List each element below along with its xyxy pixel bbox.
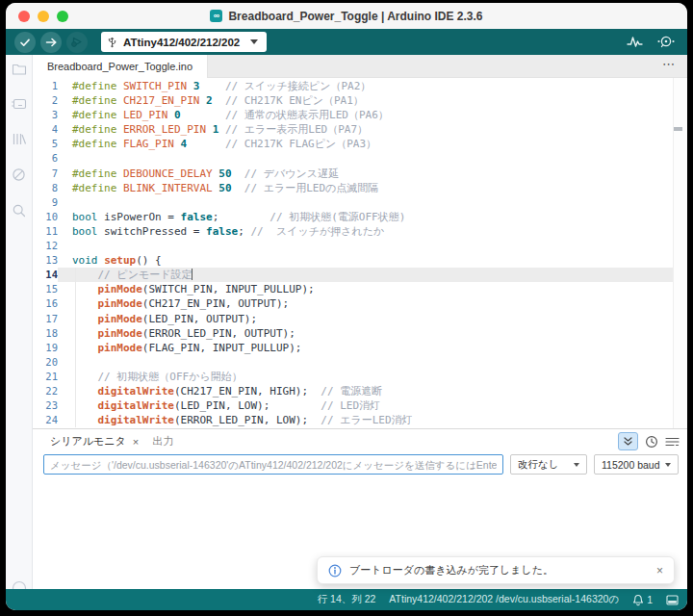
main-area: Breadboard_Power_Toggle.ino ⋯ 1#define S… — [6, 55, 687, 589]
line-ending-value: 改行なし — [518, 458, 559, 472]
app-window: ∞ Breadboard_Power_Toggle | Arduino IDE … — [6, 3, 687, 610]
tab-serial-monitor[interactable]: シリアルモニタ × — [45, 434, 143, 449]
toolbar: ATtiny412/402/212/202 — [6, 29, 687, 55]
close-icon[interactable]: × — [656, 564, 663, 578]
code-line[interactable]: 16 pinMode(CH217_EN_PIN, OUTPUT); — [33, 296, 673, 311]
chevron-down-icon — [250, 39, 258, 44]
scrollbar-thumb[interactable] — [674, 127, 682, 131]
code-line[interactable]: 24 digitalWrite(ERROR_LED_PIN, LOW); // … — [33, 413, 673, 427]
code-line[interactable]: 6 — [33, 151, 673, 166]
code-line[interactable]: 14 // ピンモード設定 — [33, 268, 673, 282]
line-number: 13 — [33, 253, 58, 268]
window-title-text: Breadboard_Power_Toggle | Arduino IDE 2.… — [228, 10, 482, 23]
close-window-button[interactable] — [18, 11, 30, 22]
notifications-indicator[interactable]: 1 — [632, 594, 653, 606]
line-number: 1 — [33, 79, 58, 93]
line-number: 7 — [33, 167, 58, 181]
code-line[interactable]: 5#define FLAG_PIN 4 // CH217K FLAGピン（PA3… — [33, 137, 673, 151]
double-chevron-down-icon — [623, 436, 633, 447]
code-line[interactable]: 19 pinMode(FLAG_PIN, INPUT_PULLUP); — [33, 341, 673, 355]
toggle-panel-icon[interactable] — [666, 595, 679, 605]
code-line[interactable]: 2#define CH217_EN_PIN 2 // CH217K ENピン（P… — [33, 93, 673, 108]
baud-rate-value: 115200 baud — [602, 459, 660, 471]
zoom-window-button[interactable] — [57, 11, 68, 22]
code-line[interactable]: 3#define LED_PIN 0 // 通常の状態表示用LED（PA6） — [33, 108, 673, 122]
arrow-right-icon — [45, 37, 58, 48]
check-icon — [19, 37, 31, 48]
library-manager-icon[interactable] — [12, 132, 27, 146]
line-number: 5 — [33, 137, 58, 151]
line-number: 8 — [33, 181, 58, 195]
line-number: 10 — [33, 210, 58, 224]
line-number: 18 — [33, 326, 58, 341]
code-line[interactable]: 18 pinMode(ERROR_LED_PIN, OUTPUT); — [33, 326, 673, 341]
line-number: 11 — [33, 224, 58, 239]
line-number: 2 — [33, 93, 58, 108]
board-selector-dropdown[interactable]: ATtiny412/402/212/202 — [101, 32, 267, 52]
code-line[interactable]: 8#define BLINK_INTERVAL 50 // エラー用LEDの点滅… — [33, 181, 673, 195]
code-lines: 1#define SWITCH_PIN 3 // スイッチ接続ピン（PA2）2#… — [33, 79, 673, 427]
line-number: 23 — [33, 398, 58, 413]
serial-monitor-tab-label: シリアルモニタ — [50, 434, 126, 449]
code-editor[interactable]: 1#define SWITCH_PIN 3 // スイッチ接続ピン（PA2）2#… — [33, 78, 687, 428]
sketchbook-folder-icon[interactable] — [12, 63, 27, 76]
code-line[interactable]: 7#define DEBOUNCE_DELAY 50 // デバウンス遅延 — [33, 167, 673, 181]
board-selector-label: ATtiny412/402/212/202 — [123, 37, 240, 48]
code-line[interactable]: 1#define SWITCH_PIN 3 // スイッチ接続ピン（PA2） — [33, 79, 673, 93]
cursor-position[interactable]: 行 14、列 22 — [318, 593, 376, 606]
info-icon — [328, 564, 342, 578]
clear-output-icon[interactable] — [665, 436, 680, 448]
code-line[interactable]: 10bool isPowerOn = false; // 初期状態(電源OFF状… — [33, 210, 673, 224]
traffic-lights — [18, 11, 68, 22]
upload-button[interactable] — [40, 32, 62, 53]
notification-message: ブートローダの書き込みが完了しました。 — [349, 563, 553, 578]
serial-monitor-icon[interactable] — [656, 35, 676, 49]
chevron-down-icon — [574, 463, 579, 467]
code-line[interactable]: 11bool switchPressed = false; // スイッチが押さ… — [33, 224, 673, 239]
line-number: 6 — [33, 151, 58, 166]
board-port-status[interactable]: ATtiny412/402/212/202 /dev/cu.usbserial-… — [389, 593, 619, 606]
code-line[interactable]: 20 — [33, 355, 673, 370]
serial-message-input[interactable] — [43, 454, 503, 475]
code-line[interactable]: 17 pinMode(LED_PIN, OUTPUT); — [33, 312, 673, 326]
editor-tab-bar: Breadboard_Power_Toggle.ino ⋯ — [33, 55, 687, 78]
tab-output[interactable]: 出力 — [147, 434, 178, 449]
serial-plotter-icon[interactable] — [627, 35, 643, 49]
code-line[interactable]: 15 pinMode(SWITCH_PIN, INPUT_PULLUP); — [33, 282, 673, 296]
tab-overflow-menu-icon[interactable]: ⋯ — [662, 57, 676, 71]
account-icon[interactable] — [12, 580, 27, 589]
baud-rate-dropdown[interactable]: 115200 baud — [594, 454, 679, 475]
timestamp-toggle-icon[interactable] — [645, 435, 658, 449]
editor-column: Breadboard_Power_Toggle.ino ⋯ 1#define S… — [33, 55, 687, 589]
line-number: 22 — [33, 384, 58, 398]
debug-panel-icon[interactable] — [12, 167, 26, 182]
code-line[interactable]: 21 // 初期状態（OFFから開始） — [33, 370, 673, 384]
code-line[interactable]: 23 digitalWrite(LED_PIN, LOW); // LED消灯 — [33, 398, 673, 413]
chevron-down-icon — [665, 463, 671, 467]
line-number: 21 — [33, 370, 58, 384]
verify-button[interactable] — [14, 32, 36, 53]
editor-scrollbar[interactable] — [673, 78, 687, 428]
line-number: 17 — [33, 312, 58, 326]
window-title: ∞ Breadboard_Power_Toggle | Arduino IDE … — [210, 10, 482, 23]
notification-toast: ブートローダの書き込みが完了しました。 × — [317, 556, 675, 584]
search-icon[interactable] — [12, 203, 26, 218]
status-bar: 行 14、列 22 ATtiny412/402/212/202 /dev/cu.… — [6, 589, 687, 610]
code-line[interactable]: 12 — [33, 239, 673, 253]
close-icon[interactable]: × — [133, 436, 139, 448]
code-line[interactable]: 13void setup() { — [33, 253, 673, 268]
tab-breadboard-power-toggle[interactable]: Breadboard_Power_Toggle.ino — [33, 55, 208, 78]
autoscroll-toggle-button[interactable] — [618, 432, 638, 450]
minimize-window-button[interactable] — [38, 11, 49, 22]
toolbar-right-icons — [627, 35, 676, 49]
code-line[interactable]: 22 digitalWrite(CH217_EN_PIN, HIGH); // … — [33, 384, 673, 398]
code-line[interactable]: 9 — [33, 195, 673, 210]
debug-button[interactable] — [66, 32, 88, 53]
debug-icon — [70, 36, 84, 48]
code-line[interactable]: 4#define ERROR_LED_PIN 1 // エラー表示用LED（PA… — [33, 122, 673, 137]
line-number: 4 — [33, 122, 58, 137]
boards-manager-icon[interactable] — [11, 97, 27, 111]
line-ending-dropdown[interactable]: 改行なし — [510, 454, 587, 475]
line-number: 12 — [33, 239, 58, 253]
bell-icon — [632, 594, 644, 606]
